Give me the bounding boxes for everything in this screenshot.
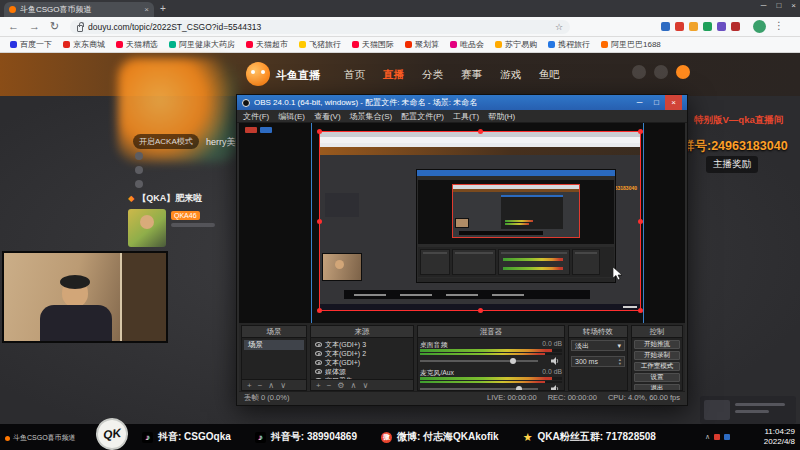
remove-source-icon[interactable]: −: [327, 381, 332, 390]
taskbar-app-button[interactable]: 斗鱼CSGO喜币频道: [5, 433, 76, 443]
tab-close-icon[interactable]: ×: [144, 5, 149, 14]
nested-screen-capture[interactable]: 抖音粉丝群号:24963183040: [319, 131, 641, 311]
add-scene-icon[interactable]: +: [247, 381, 252, 390]
resize-handle[interactable]: [317, 219, 322, 224]
browser-tab[interactable]: 斗鱼CSGO喜币频道 ×: [4, 2, 154, 17]
bookmark-item[interactable]: 飞猪旅行: [299, 39, 341, 50]
resize-handle[interactable]: [638, 219, 643, 224]
bookmark-item[interactable]: 天猫精选: [116, 39, 158, 50]
header-message-icon[interactable]: [632, 65, 646, 79]
add-source-icon[interactable]: +: [316, 381, 321, 390]
eye-icon[interactable]: [315, 378, 322, 379]
menu-help[interactable]: 帮助(H): [488, 111, 515, 122]
extension-icon[interactable]: [717, 22, 726, 31]
resize-handle[interactable]: [317, 129, 322, 134]
source-down-icon[interactable]: ∨: [362, 381, 368, 390]
source-properties-icon[interactable]: ⚙: [337, 381, 344, 390]
streamer-card[interactable]: ◆ 【QKA】肥来啦 QKA46: [128, 192, 232, 247]
nav-item-live[interactable]: 直播: [383, 68, 404, 82]
bookmark-item[interactable]: 唯品会: [450, 39, 484, 50]
bookmark-item[interactable]: 苏宁易购: [495, 39, 537, 50]
slider-handle[interactable]: [516, 386, 522, 391]
refresh-icon[interactable]: ↻: [50, 20, 59, 33]
menu-edit[interactable]: 编辑(E): [278, 111, 305, 122]
volume-slider[interactable]: [420, 385, 562, 390]
resize-handle[interactable]: [638, 308, 643, 313]
taskbar-clock[interactable]: 11:04:29 2022/4/8: [764, 427, 795, 447]
menu-scene-collection[interactable]: 场景集合(S): [350, 111, 393, 122]
menu-file[interactable]: 文件(F): [243, 111, 269, 122]
forward-icon[interactable]: →: [29, 20, 40, 33]
profile-avatar[interactable]: [753, 20, 766, 33]
sidebar-icon[interactable]: [135, 180, 143, 188]
extension-icon[interactable]: [703, 22, 712, 31]
source-item[interactable]: 文本(GDI+): [313, 358, 411, 367]
nav-item-yuba[interactable]: 鱼吧: [539, 68, 560, 82]
eye-icon[interactable]: [315, 342, 322, 347]
address-bar[interactable]: douyu.com/topic/2022ST_CSGO?id=5544313 ☆: [70, 20, 570, 34]
slider-handle[interactable]: [510, 358, 516, 364]
exit-button[interactable]: 退出: [634, 384, 680, 390]
nav-item-game[interactable]: 游戏: [500, 68, 521, 82]
resize-handle[interactable]: [638, 129, 643, 134]
transition-select[interactable]: 淡出 ▾: [571, 340, 625, 351]
new-tab-icon[interactable]: +: [160, 3, 166, 14]
url-text[interactable]: douyu.com/topic/2022ST_CSGO?id=5544313: [88, 22, 261, 32]
eye-icon[interactable]: [315, 369, 322, 374]
resize-handle[interactable]: [317, 308, 322, 313]
bookmark-item[interactable]: 天猫超市: [246, 39, 288, 50]
nav-item-match[interactable]: 赛事: [461, 68, 482, 82]
scene-down-icon[interactable]: ∨: [280, 381, 286, 390]
nav-item-category[interactable]: 分类: [422, 68, 443, 82]
source-item[interactable]: 媒体源: [313, 367, 411, 376]
source-up-icon[interactable]: ∧: [351, 381, 357, 390]
settings-button[interactable]: 设置: [634, 373, 680, 382]
menu-tools[interactable]: 工具(T): [453, 111, 479, 122]
window-minimize-icon[interactable]: ─: [761, 1, 767, 10]
gift-activity-card[interactable]: [700, 396, 796, 424]
window-maximize-icon[interactable]: □: [776, 1, 781, 10]
bookmark-item[interactable]: 阿里健康大药房: [169, 39, 235, 50]
nav-item-home[interactable]: 首页: [344, 68, 365, 82]
extension-icon[interactable]: [731, 22, 740, 31]
spin-down-icon[interactable]: ▾: [619, 362, 621, 366]
volume-slider[interactable]: [420, 357, 562, 364]
source-item[interactable]: 文本(GDI+) 3: [313, 340, 411, 349]
bookmark-item[interactable]: 京东商城: [63, 39, 105, 50]
obs-preview-canvas[interactable]: 抖音粉丝群号:24963183040: [239, 123, 685, 323]
douyu-logo-icon[interactable]: [246, 62, 270, 86]
eye-icon[interactable]: [315, 351, 322, 356]
start-recording-button[interactable]: 开始录制: [634, 351, 680, 360]
extension-icon[interactable]: [675, 22, 684, 31]
back-icon[interactable]: ←: [8, 20, 19, 33]
menu-view[interactable]: 查看(V): [314, 111, 341, 122]
extension-icon[interactable]: [689, 22, 698, 31]
eye-icon[interactable]: [315, 360, 322, 365]
bookmark-item[interactable]: 百度一下: [10, 39, 52, 50]
sidebar-icon[interactable]: [135, 152, 143, 160]
window-close-icon[interactable]: ×: [791, 1, 796, 10]
tray-app-icon[interactable]: [724, 434, 730, 440]
obs-minimize-icon[interactable]: ─: [631, 95, 648, 110]
start-streaming-button[interactable]: 开始推流: [634, 340, 680, 349]
tray-app-icon[interactable]: [714, 434, 720, 440]
bookmark-star-icon[interactable]: ☆: [555, 22, 563, 32]
studio-mode-button[interactable]: 工作室模式: [634, 362, 680, 371]
sidebar-icon[interactable]: [135, 166, 143, 174]
obs-maximize-icon[interactable]: □: [648, 95, 665, 110]
obs-close-icon[interactable]: ×: [665, 95, 682, 110]
resize-handle[interactable]: [478, 308, 483, 313]
resize-handle[interactable]: [478, 129, 483, 134]
bookmark-item[interactable]: 聚划算: [405, 39, 439, 50]
bookmark-item[interactable]: 天猫国际: [352, 39, 394, 50]
source-item[interactable]: 窗口采集: [313, 376, 411, 379]
microphone-speaker-icon[interactable]: [551, 385, 560, 390]
obs-title-bar[interactable]: OBS 24.0.1 (64-bit, windows) - 配置文件: 未命名…: [237, 95, 687, 110]
douyu-logo-text[interactable]: 斗鱼直播: [276, 68, 320, 83]
header-task-icon[interactable]: [654, 65, 668, 79]
streamer-avatar[interactable]: [128, 209, 166, 247]
bookmark-item[interactable]: 携程旅行: [548, 39, 590, 50]
tray-expand-icon[interactable]: ∧: [705, 433, 710, 441]
bookmark-item[interactable]: 阿里巴巴1688: [601, 39, 661, 50]
kebab-menu-icon[interactable]: ⋮: [774, 20, 784, 31]
